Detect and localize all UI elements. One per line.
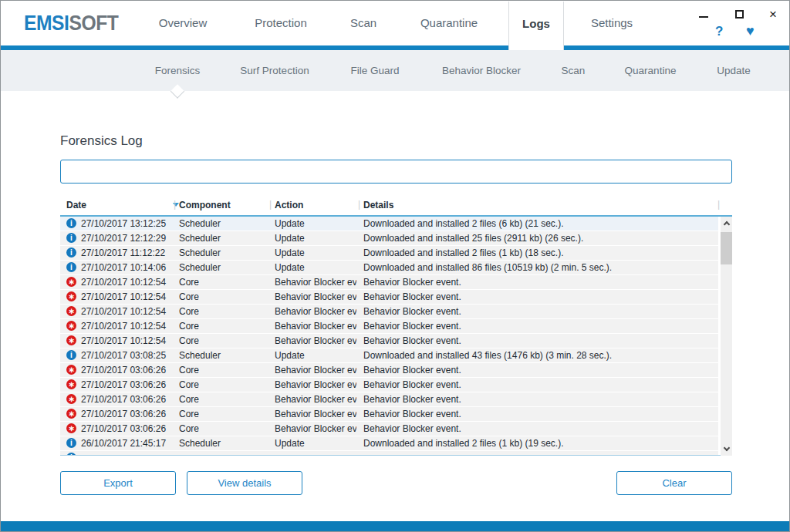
cell-component: Scheduler <box>179 436 268 450</box>
help-icon[interactable]: ? <box>715 24 723 39</box>
page-title: Forensics Log <box>60 133 143 149</box>
minimize-icon <box>699 16 708 18</box>
log-row[interactable]: ∗27/10/2017 03:06:26CoreBehavior Blocker… <box>60 407 718 422</box>
cell-date: 27/10/2017 03:06:26 <box>81 392 172 406</box>
nav-tab-scan[interactable]: Scan <box>350 1 376 45</box>
log-row[interactable]: i27/10/2017 13:12:25SchedulerUpdateDownl… <box>60 217 718 231</box>
heart-icon[interactable]: ♥ <box>746 23 755 39</box>
error-icon: ∗ <box>66 379 76 389</box>
error-icon: ∗ <box>66 335 76 345</box>
error-icon: ∗ <box>66 365 76 375</box>
cell-date: 27/10/2017 10:14:06 <box>81 261 172 274</box>
cell-action: Behavior Blocker even <box>275 275 356 289</box>
column-separator: | <box>358 195 360 215</box>
cell-details: Behavior Blocker event. <box>363 392 714 406</box>
search-input[interactable] <box>60 160 732 184</box>
cell-date: 27/10/2017 10:12:54 <box>81 275 172 289</box>
cell-action: Behavior Blocker even <box>275 407 356 421</box>
cell-component: Core <box>179 334 268 348</box>
log-row[interactable]: i27/10/2017 10:14:06SchedulerUpdateDownl… <box>60 261 718 275</box>
cell-component: Core <box>179 407 268 421</box>
error-icon: ∗ <box>66 277 76 287</box>
cell-action: Update <box>275 261 356 274</box>
close-button[interactable]: × <box>763 5 783 22</box>
cell-details: Behavior Blocker event. <box>363 305 714 318</box>
info-icon: i <box>66 247 76 258</box>
subnav-item-quarantine[interactable]: Quarantine <box>625 50 677 91</box>
scrollbar-up-button[interactable] <box>721 217 732 230</box>
info-icon: i <box>66 262 76 272</box>
scrollbar-down-button[interactable] <box>721 443 732 456</box>
log-row[interactable]: ∗27/10/2017 03:06:26CoreBehavior Blocker… <box>60 378 718 392</box>
cell-date: 27/10/2017 13:12:25 <box>81 217 172 231</box>
minimize-button[interactable] <box>694 5 714 22</box>
nav-tab-protection[interactable]: Protection <box>255 1 307 45</box>
scrollbar-thumb[interactable] <box>721 232 732 264</box>
log-row[interactable]: ∗27/10/2017 03:06:26CoreBehavior Blocker… <box>60 422 718 436</box>
subnav-item-update[interactable]: Update <box>717 50 751 91</box>
log-row[interactable]: i27/10/2017 11:12:22SchedulerUpdateDownl… <box>60 246 718 261</box>
table-bottom-border <box>60 455 732 456</box>
vertical-scrollbar[interactable] <box>721 217 732 456</box>
error-icon: ∗ <box>66 423 76 433</box>
cell-action: Behavior Blocker even <box>275 392 356 406</box>
cell-details: Behavior Blocker event. <box>363 378 714 392</box>
export-button[interactable]: Export <box>60 471 176 495</box>
subnav-item-file-guard[interactable]: File Guard <box>350 50 399 91</box>
cell-details: Behavior Blocker event. <box>363 275 714 289</box>
column-separator: | <box>269 195 272 215</box>
nav-tab-quarantine[interactable]: Quarantine <box>420 1 478 45</box>
cell-date: 27/10/2017 03:06:26 <box>81 407 172 421</box>
error-icon: ∗ <box>66 306 76 316</box>
logo-text-secondary: SOFT <box>69 11 118 35</box>
view-details-button[interactable]: View details <box>187 471 302 495</box>
nav-tab-logs[interactable]: Logs <box>508 2 564 50</box>
cell-details: Downloaded and installed 2 files (1 kb) … <box>363 436 714 450</box>
cell-action: Update <box>275 348 356 362</box>
nav-tab-overview[interactable]: Overview <box>159 1 208 45</box>
cell-component: Core <box>179 378 268 392</box>
log-row[interactable]: ∗27/10/2017 10:12:54CoreBehavior Blocker… <box>60 334 718 348</box>
cell-details: Behavior Blocker event. <box>363 319 714 333</box>
close-icon: × <box>769 8 777 21</box>
maximize-button[interactable] <box>729 5 749 22</box>
cell-date: 27/10/2017 03:08:25 <box>81 348 172 362</box>
log-row[interactable]: ∗27/10/2017 03:06:26CoreBehavior Blocker… <box>60 363 718 378</box>
subnav: ForensicsSurf ProtectionFile GuardBehavi… <box>1 50 789 91</box>
clear-button[interactable]: Clear <box>616 471 732 495</box>
column-header-date[interactable]: Date <box>66 195 86 215</box>
log-row[interactable]: ∗27/10/2017 10:12:54CoreBehavior Blocker… <box>60 319 718 334</box>
info-icon: i <box>66 218 76 228</box>
app-window: EMSISOFT OverviewProtectionScanQuarantin… <box>0 0 790 532</box>
cell-component: Scheduler <box>179 246 268 260</box>
info-icon: i <box>66 438 76 448</box>
cell-component: Scheduler <box>179 217 268 231</box>
cell-details: Behavior Blocker event. <box>363 422 714 436</box>
log-row[interactable]: ∗27/10/2017 10:12:54CoreBehavior Blocker… <box>60 290 718 305</box>
subnav-item-scan[interactable]: Scan <box>562 50 586 91</box>
cell-component: Core <box>179 275 268 289</box>
chevron-down-icon <box>723 445 729 451</box>
cell-action: Behavior Blocker even <box>275 319 356 333</box>
log-row[interactable]: i27/10/2017 12:12:29SchedulerUpdateDownl… <box>60 231 718 246</box>
cell-details: Behavior Blocker event. <box>363 290 714 304</box>
cell-date: 27/10/2017 03:06:26 <box>81 422 172 436</box>
column-header-component[interactable]: Component <box>179 195 231 215</box>
log-row[interactable]: i26/10/2017 21:45:17SchedulerUpdateDownl… <box>60 436 718 451</box>
subnav-item-surf-protection[interactable]: Surf Protection <box>240 50 309 91</box>
log-row[interactable]: ∗27/10/2017 10:12:54CoreBehavior Blocker… <box>60 305 718 319</box>
cell-details: Behavior Blocker event. <box>363 407 714 421</box>
column-separator: | <box>717 195 720 215</box>
cell-date: 27/10/2017 03:06:26 <box>81 363 172 377</box>
log-row[interactable]: ∗27/10/2017 03:06:26CoreBehavior Blocker… <box>60 392 718 407</box>
subnav-item-behavior-blocker[interactable]: Behavior Blocker <box>442 50 521 91</box>
nav-tab-settings[interactable]: Settings <box>591 1 633 45</box>
cell-component: Scheduler <box>179 231 268 245</box>
log-table-header: Date | Component | Action | Details | <box>60 195 732 215</box>
cell-details: Behavior Blocker event. <box>363 334 714 348</box>
log-row[interactable]: ∗27/10/2017 10:12:54CoreBehavior Blocker… <box>60 275 718 290</box>
column-header-action[interactable]: Action <box>275 195 303 215</box>
cell-details: Behavior Blocker event. <box>363 363 714 377</box>
log-row[interactable]: i27/10/2017 03:08:25SchedulerUpdateDownl… <box>60 348 718 363</box>
column-header-details[interactable]: Details <box>363 195 393 215</box>
